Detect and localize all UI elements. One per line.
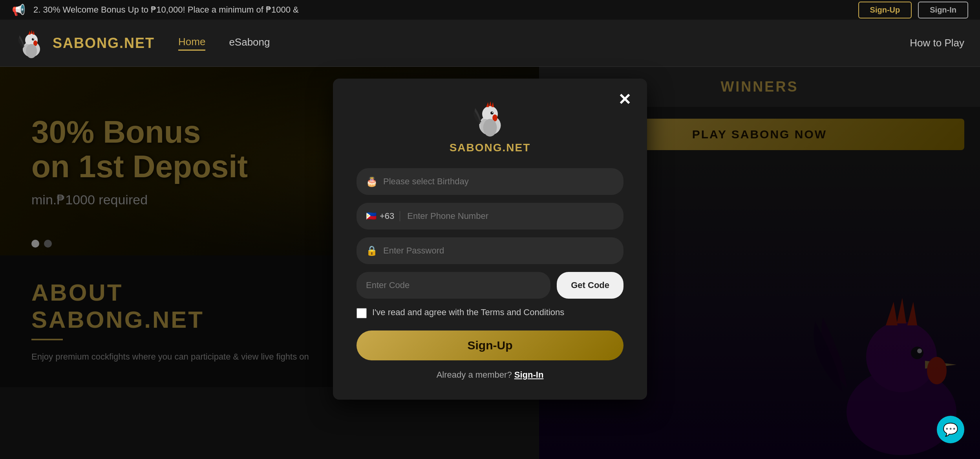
lock-icon: 🔒 <box>366 245 378 256</box>
signup-modal: ✕ SABONG.NET <box>333 79 647 400</box>
password-field: 🔒 <box>357 237 623 264</box>
get-code-button[interactable]: Get Code <box>557 272 623 299</box>
svg-marker-2 <box>28 31 31 35</box>
birthday-field-inner: 🎂 <box>357 168 623 195</box>
phone-field-inner: 🇵🇭 +63 <box>357 203 623 230</box>
password-field-inner: 🔒 <box>357 237 623 264</box>
svg-marker-3 <box>31 30 33 34</box>
phone-field: 🇵🇭 +63 <box>357 203 623 230</box>
code-input[interactable] <box>366 280 541 290</box>
nav-right: How to Play <box>910 37 964 49</box>
main-content: 30% Bonus on 1st Deposit min.₱1000 requi… <box>0 67 980 459</box>
phone-prefix: 🇵🇭 +63 <box>366 211 400 221</box>
modal-overlay: ✕ SABONG.NET <box>0 67 980 459</box>
svg-marker-23 <box>489 101 492 106</box>
svg-point-26 <box>490 112 494 115</box>
announcement-bar: 📢 2. 30% Welcome Bonus Up to ₱10,000! Pl… <box>0 0 980 20</box>
code-field-inner <box>357 272 550 299</box>
terms-text: I've read and agree with the Terms and C… <box>372 307 564 319</box>
modal-logo-rooster-icon <box>470 98 510 138</box>
logo-area: SABONG.NET <box>16 28 155 59</box>
chat-button[interactable]: 💬 <box>937 416 964 443</box>
svg-point-7 <box>33 39 34 39</box>
nav-link-esabong[interactable]: eSabong <box>229 36 270 50</box>
password-input[interactable] <box>383 246 614 256</box>
logo-rooster-icon <box>16 28 47 59</box>
chat-icon: 💬 <box>943 422 958 437</box>
nav-link-home[interactable]: Home <box>178 36 205 51</box>
header-button-group: Sign-Up Sign-In <box>858 2 968 18</box>
megaphone-icon: 📢 <box>12 4 26 17</box>
terms-row: I've read and agree with the Terms and C… <box>357 307 623 319</box>
code-row: Get Code <box>357 272 623 299</box>
announcement-text: 2. 30% Welcome Bonus Up to ₱10,000! Plac… <box>33 5 299 15</box>
modal-close-button[interactable]: ✕ <box>618 90 631 108</box>
svg-marker-4 <box>33 31 35 35</box>
header-signup-button[interactable]: Sign-Up <box>858 2 912 18</box>
birthday-input[interactable] <box>383 176 614 187</box>
modal-logo-text: SABONG.NET <box>450 141 531 154</box>
navbar: SABONG.NET Home eSabong How to Play <box>0 20 980 67</box>
birthday-field: 🎂 <box>357 168 623 195</box>
header-signin-button[interactable]: Sign-In <box>918 2 968 18</box>
modal-logo: SABONG.NET <box>357 98 623 154</box>
svg-point-6 <box>32 38 34 40</box>
terms-checkbox[interactable] <box>357 308 367 318</box>
signin-prompt: Already a member? Sign-In <box>357 370 623 380</box>
nav-links: Home eSabong <box>178 36 270 51</box>
nav-link-how-to-play[interactable]: How to Play <box>910 37 964 49</box>
svg-marker-22 <box>486 102 489 107</box>
logo-text: SABONG.NET <box>53 35 155 51</box>
phone-input[interactable] <box>407 211 614 221</box>
signin-link[interactable]: Sign-In <box>514 370 544 380</box>
phone-country-code: +63 <box>380 211 394 221</box>
svg-point-10 <box>26 44 37 58</box>
svg-point-30 <box>483 119 497 137</box>
already-member-text: Already a member? <box>437 370 512 380</box>
code-input-wrap <box>357 272 550 299</box>
signup-button[interactable]: Sign-Up <box>357 330 623 360</box>
svg-marker-24 <box>492 102 494 107</box>
ph-flag-icon: 🇵🇭 <box>366 211 377 221</box>
svg-point-27 <box>492 112 493 113</box>
birthday-icon: 🎂 <box>366 176 378 187</box>
